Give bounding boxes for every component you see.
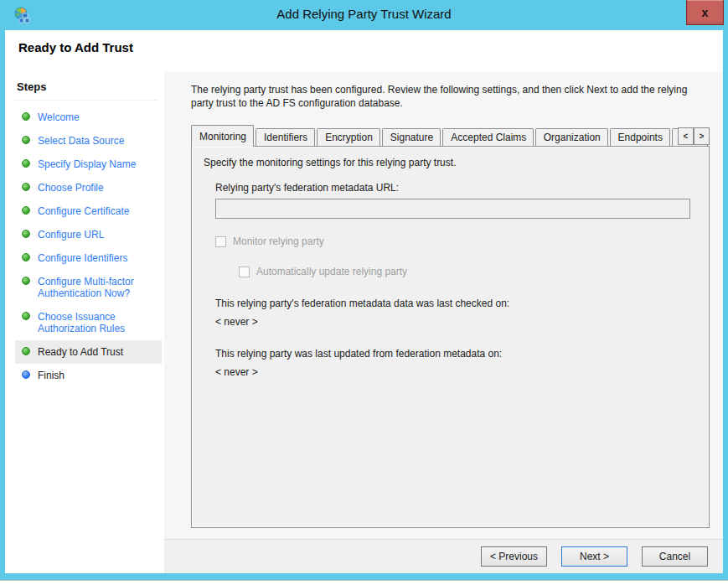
step-complete-icon bbox=[22, 159, 30, 168]
page-title: Ready to Add Trust bbox=[18, 40, 133, 54]
tab-scroll-left-icon[interactable]: < bbox=[678, 127, 694, 145]
button-bar: < Previous Next > Cancel bbox=[164, 539, 723, 573]
sidebar-item-configure-certificate[interactable]: Configure Certificate bbox=[15, 199, 162, 223]
monitoring-tab-panel: Specify the monitoring settings for this… bbox=[191, 146, 710, 528]
tab-monitoring[interactable]: Monitoring bbox=[191, 125, 254, 147]
step-complete-icon bbox=[22, 112, 30, 121]
checkbox-unchecked-icon bbox=[239, 267, 250, 277]
steps-sidebar: Steps Welcome Select Data Source Specify… bbox=[5, 72, 164, 573]
sidebar-item-configure-mfa[interactable]: Configure Multi-factor Authentication No… bbox=[15, 270, 162, 305]
metadata-url-label: Relying party's federation metadata URL: bbox=[215, 182, 697, 194]
sidebar-item-welcome[interactable]: Welcome bbox=[15, 106, 162, 129]
last-checked-label: This relying party's federation metadata… bbox=[215, 298, 697, 309]
title-bar[interactable]: Add Relying Party Trust Wizard x bbox=[0, 0, 728, 30]
sidebar-item-configure-identifiers[interactable]: Configure Identifiers bbox=[15, 246, 162, 270]
tab-scroll-right-icon[interactable]: > bbox=[694, 127, 710, 145]
sidebar-item-choose-profile[interactable]: Choose Profile bbox=[15, 176, 162, 199]
steps-header: Steps bbox=[15, 77, 157, 101]
sidebar-item-configure-url[interactable]: Configure URL bbox=[15, 223, 162, 246]
cancel-button[interactable]: Cancel bbox=[642, 546, 708, 567]
sidebar-item-select-data-source[interactable]: Select Data Source bbox=[15, 129, 162, 153]
checkbox-unchecked-icon bbox=[215, 236, 226, 247]
wizard-surface: Ready to Add Trust Steps Welcome Select … bbox=[5, 30, 723, 573]
checkbox-label: Automatically update relying party bbox=[256, 266, 407, 277]
step-complete-icon bbox=[22, 206, 30, 215]
step-complete-icon bbox=[22, 277, 30, 285]
tab-endpoints[interactable]: Endpoints bbox=[610, 128, 670, 146]
tab-signature[interactable]: Signature bbox=[382, 128, 441, 146]
step-complete-icon bbox=[22, 183, 30, 191]
tab-identifiers[interactable]: Identifiers bbox=[256, 128, 315, 146]
panel-description: Specify the monitoring settings for this… bbox=[204, 157, 697, 168]
next-button[interactable]: Next > bbox=[561, 546, 627, 567]
metadata-url-input bbox=[215, 199, 690, 219]
last-updated-label: This relying party was last updated from… bbox=[215, 348, 697, 360]
monitor-relying-party-checkbox: Monitor relying party bbox=[215, 236, 697, 247]
previous-button[interactable]: < Previous bbox=[481, 546, 547, 567]
tab-accepted-claims[interactable]: Accepted Claims bbox=[442, 128, 533, 146]
step-complete-icon bbox=[22, 136, 30, 144]
window-title: Add Relying Party Trust Wizard bbox=[0, 0, 728, 30]
step-complete-icon bbox=[22, 312, 30, 320]
step-complete-icon bbox=[22, 253, 30, 261]
step-complete-icon bbox=[22, 230, 30, 238]
sidebar-item-finish: Finish bbox=[15, 364, 162, 387]
tab-strip: Monitoring Identifiers Encryption Signat… bbox=[191, 125, 710, 147]
page-intro-text: The relying party trust has been configu… bbox=[191, 83, 697, 110]
tab-organization[interactable]: Organization bbox=[535, 128, 608, 146]
close-button[interactable]: x bbox=[686, 0, 724, 25]
tab-encryption[interactable]: Encryption bbox=[317, 128, 380, 146]
sidebar-item-specify-display-name[interactable]: Specify Display Name bbox=[15, 153, 162, 176]
auto-update-relying-party-checkbox: Automatically update relying party bbox=[239, 266, 697, 277]
step-pending-icon bbox=[22, 370, 30, 379]
sidebar-item-ready-to-add-trust: Ready to Add Trust bbox=[15, 340, 162, 364]
step-complete-icon bbox=[22, 347, 30, 355]
last-updated-value: < never > bbox=[215, 366, 697, 378]
wizard-window: Add Relying Party Trust Wizard x Ready t… bbox=[0, 0, 728, 580]
sidebar-item-choose-issuance-rules[interactable]: Choose Issuance Authorization Rules bbox=[15, 305, 162, 340]
checkbox-label: Monitor relying party bbox=[233, 236, 324, 247]
last-checked-value: < never > bbox=[215, 316, 697, 328]
wizard-page: The relying party trust has been configu… bbox=[164, 72, 723, 573]
